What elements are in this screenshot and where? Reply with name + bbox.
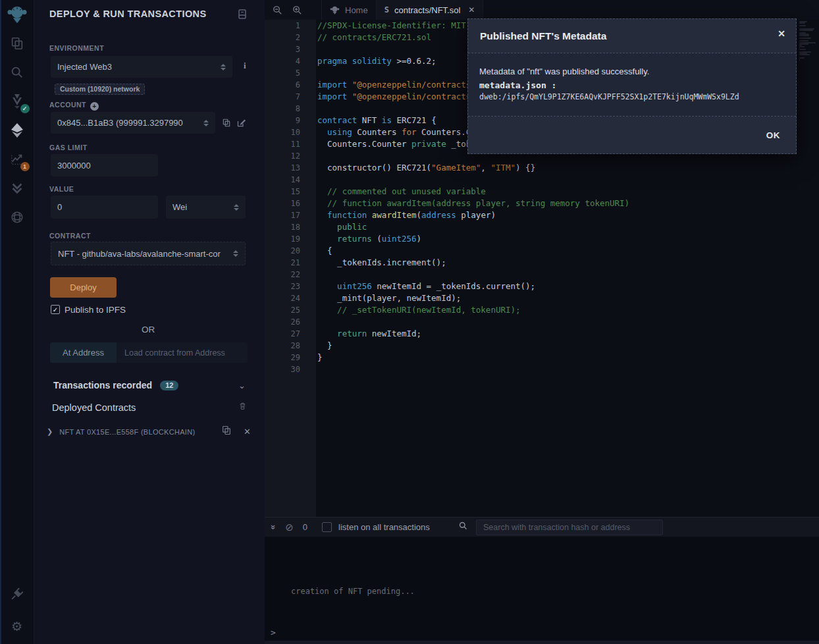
- chevron-right-icon[interactable]: ❯: [47, 427, 53, 436]
- value-label: VALUE: [49, 185, 74, 193]
- line-number: 8: [265, 103, 316, 115]
- ok-button[interactable]: OK: [766, 130, 780, 140]
- line-number: 3: [265, 43, 316, 55]
- transactions-recorded-label: Transactions recorded: [53, 380, 152, 390]
- minimap-line: [799, 54, 810, 55]
- check-icon: ✓: [53, 306, 58, 313]
- line-number: 15: [265, 186, 316, 198]
- account-select[interactable]: 0x845...B1aB3 (999991.3297990: [51, 112, 215, 134]
- terminal-prompt[interactable]: >: [271, 628, 276, 637]
- line-number: 23: [265, 281, 316, 292]
- solidity-compiler-icon[interactable]: ✓: [7, 92, 27, 111]
- line-number: 28: [265, 340, 316, 352]
- deployed-contract-label: NFT AT 0X15E...E558F (BLOCKCHAIN): [59, 428, 195, 436]
- remove-contract-icon[interactable]: ✕: [244, 427, 251, 437]
- minimap-line: [799, 46, 805, 47]
- tab-nft-sol[interactable]: S contracts/NFT.sol ✕: [377, 0, 484, 20]
- minimap-line: [799, 35, 809, 36]
- publish-ipfs-label: Publish to IPFS: [65, 305, 126, 315]
- code-line: {: [317, 245, 798, 257]
- modal-title: Published NFT's Metadata: [480, 30, 606, 42]
- panel-title: DEPLOY & RUN TRANSACTIONS: [49, 9, 207, 19]
- clear-console-icon[interactable]: ⊘: [285, 522, 294, 533]
- modal-footer: OK: [468, 117, 796, 153]
- close-tab-icon[interactable]: ✕: [468, 5, 475, 14]
- line-number: 2: [265, 32, 316, 43]
- edit-account-icon[interactable]: [236, 118, 246, 130]
- modal-ipfs-url: dweb:/ipfs/QmYL9P1Z7KE6AQvKJPFF52SX1p2TE…: [479, 92, 785, 101]
- code-line: [317, 174, 798, 186]
- plugin-circle-icon[interactable]: [7, 207, 27, 227]
- line-number-gutter: 1234567891011121314151617181920212223242…: [265, 20, 316, 517]
- minimap-line: [799, 25, 806, 26]
- modal-message: Metadata of "nft" was published successf…: [479, 67, 785, 76]
- at-address-field: [117, 342, 248, 363]
- file-explorer-icon[interactable]: [7, 34, 27, 53]
- code-line: [317, 269, 798, 281]
- code-line: uint256 newItemId = _tokenIds.current();: [317, 281, 798, 292]
- chevron-down-icon[interactable]: ⌄: [238, 381, 246, 390]
- copy-contract-icon[interactable]: [221, 425, 232, 439]
- listen-transactions-checkbox[interactable]: [322, 522, 332, 532]
- publish-ipfs-checkbox[interactable]: ✓: [51, 305, 60, 314]
- unit-testing-icon[interactable]: [7, 178, 27, 198]
- gas-limit-input[interactable]: [57, 161, 151, 171]
- compile-success-badge-icon: ✓: [20, 104, 30, 113]
- environment-select[interactable]: Injected Web3: [51, 56, 232, 78]
- line-number: 5: [265, 67, 316, 79]
- remix-home-icon: [330, 5, 340, 15]
- value-unit: Wei: [172, 202, 187, 212]
- modal-body: Metadata of "nft" was published successf…: [468, 53, 796, 117]
- copy-account-icon[interactable]: [222, 118, 231, 130]
- terminal-panel: » ⊘ 0 listen on all transactions creatio…: [265, 517, 819, 644]
- stepper-icon: [221, 64, 226, 70]
- line-number: 26: [265, 316, 316, 328]
- expand-terminal-icon[interactable]: »: [269, 525, 278, 529]
- deploy-run-icon[interactable]: [7, 121, 27, 140]
- modal-filename: metadata.json :: [479, 80, 785, 90]
- code-line: }: [317, 352, 798, 363]
- listen-transactions-label: listen on all transactions: [338, 522, 430, 532]
- terminal-search-input[interactable]: [483, 523, 656, 532]
- documentation-book-icon[interactable]: [238, 9, 247, 22]
- code-line: // _setTokenURI(newItemId, tokenURI);: [317, 304, 798, 316]
- search-icon[interactable]: [7, 63, 27, 82]
- line-number: 18: [265, 221, 316, 233]
- tab-home[interactable]: Home: [321, 0, 377, 20]
- zoom-in-icon[interactable]: [287, 0, 307, 20]
- deployed-contract-item[interactable]: ❯ NFT AT 0X15E...E558F (BLOCKCHAIN) ✕: [47, 425, 251, 439]
- terminal-log-pending: creation of NFT pending...: [291, 587, 415, 596]
- plugin-manager-icon[interactable]: [7, 584, 27, 604]
- code-line: return newItemId;: [317, 328, 798, 340]
- at-address-button[interactable]: At Address: [50, 342, 117, 363]
- trash-icon[interactable]: [238, 401, 247, 414]
- code-line: returns (uint256): [317, 233, 798, 245]
- line-number: 25: [265, 304, 316, 316]
- minimap-line: [799, 38, 811, 39]
- modal-close-icon[interactable]: ✕: [778, 28, 785, 39]
- value-input[interactable]: [57, 202, 151, 212]
- or-divider: OR: [51, 325, 246, 335]
- terminal-search-icon: [458, 521, 468, 533]
- at-address-input[interactable]: [124, 348, 240, 358]
- transactions-recorded-row[interactable]: Transactions recorded 12 ⌄: [53, 380, 246, 390]
- add-account-icon[interactable]: +: [90, 102, 99, 111]
- info-icon[interactable]: i: [244, 61, 246, 71]
- line-number: 30: [265, 363, 316, 375]
- gas-limit-field: [51, 154, 158, 176]
- contract-select[interactable]: NFT - github/ava-labs/avalanche-smart-co…: [51, 242, 246, 265]
- pending-tx-count: 0: [303, 522, 307, 532]
- gas-limit-label: GAS LIMIT: [49, 144, 88, 151]
- editor-minimap[interactable]: [799, 21, 818, 153]
- line-number: 29: [265, 352, 316, 363]
- zoom-out-icon[interactable]: [267, 0, 287, 20]
- value-unit-select[interactable]: Wei: [166, 196, 246, 219]
- tab-home-label: Home: [345, 5, 368, 15]
- stepper-icon: [233, 250, 238, 257]
- deploy-button[interactable]: Deploy: [50, 277, 117, 298]
- remix-logo-icon[interactable]: [7, 5, 27, 24]
- settings-gear-icon[interactable]: ⚙: [7, 616, 27, 636]
- analytics-icon[interactable]: 1: [7, 149, 27, 169]
- code-line: _tokenIds.increment();: [317, 257, 798, 269]
- line-number: 11: [265, 138, 316, 150]
